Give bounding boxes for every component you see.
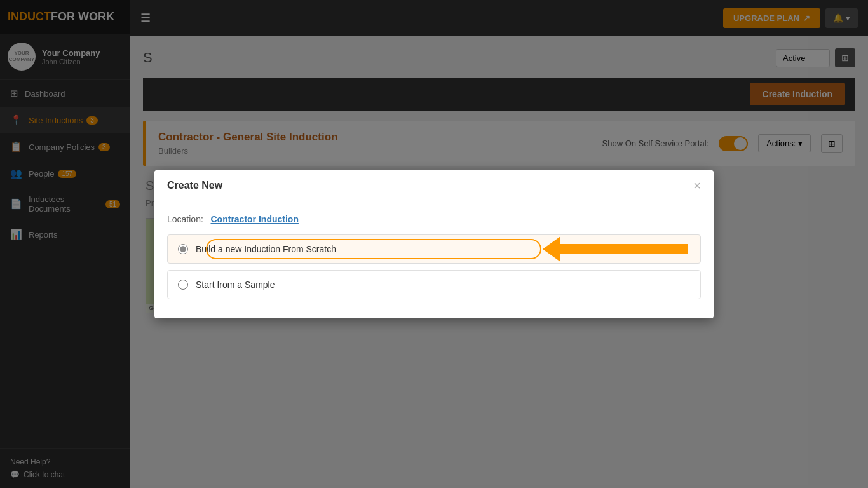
option-sample[interactable]: Start from a Sample (167, 270, 701, 299)
location-row: Location: Contractor Induction (167, 214, 701, 224)
arrow-body (560, 244, 688, 254)
option-scratch-label: Build a new Induction From Scratch (196, 244, 336, 254)
arrow-container (543, 236, 688, 262)
modal-header: Create New × (154, 170, 714, 201)
location-link[interactable]: Contractor Induction (211, 214, 299, 224)
option-scratch-radio[interactable] (178, 244, 188, 254)
modal-close-button[interactable]: × (693, 179, 701, 192)
option-scratch[interactable]: Build a new Induction From Scratch (167, 234, 701, 264)
create-new-modal: Create New × Location: Contractor Induct… (154, 170, 714, 318)
arrow-head-icon (543, 236, 560, 262)
option-sample-radio[interactable] (178, 280, 188, 290)
modal-overlay[interactable]: Create New × Location: Contractor Induct… (0, 0, 868, 488)
location-label: Location: (167, 214, 203, 224)
modal-body: Location: Contractor Induction Build a n… (154, 201, 714, 318)
option-sample-label: Start from a Sample (196, 280, 275, 290)
modal-title: Create New (167, 180, 222, 191)
